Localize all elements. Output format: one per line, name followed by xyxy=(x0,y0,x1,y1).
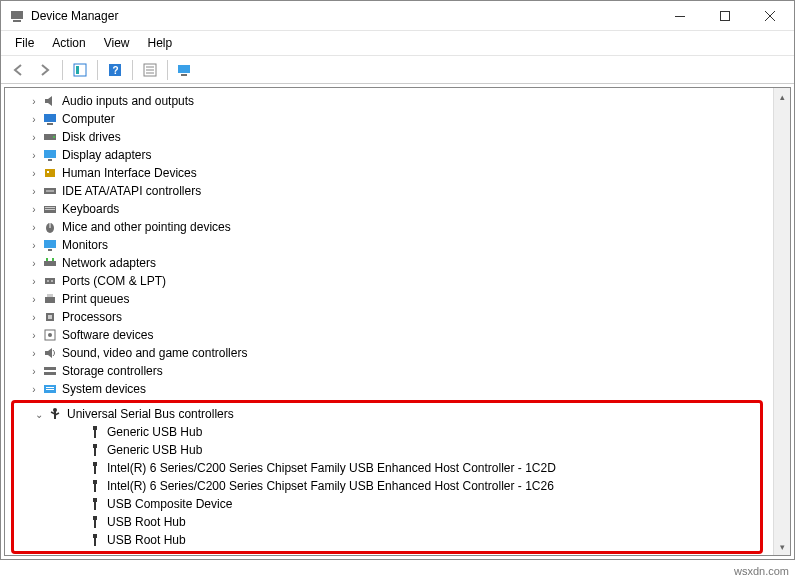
usb-icon xyxy=(47,406,63,422)
svg-rect-40 xyxy=(47,294,53,297)
tree-node[interactable]: ›Human Interface Devices xyxy=(9,164,771,182)
svg-rect-14 xyxy=(178,65,190,73)
chevron-right-icon[interactable]: › xyxy=(27,310,41,324)
tree-node-label: Sound, video and game controllers xyxy=(62,346,247,360)
svg-rect-57 xyxy=(94,448,96,456)
network-icon xyxy=(42,255,58,271)
chevron-right-icon[interactable]: › xyxy=(27,202,41,216)
svg-rect-64 xyxy=(93,516,97,520)
tree-node[interactable]: ›Disk drives xyxy=(9,128,771,146)
sound-icon xyxy=(42,345,58,361)
svg-rect-27 xyxy=(45,207,55,208)
tree-node[interactable]: ›Mice and other pointing devices xyxy=(9,218,771,236)
svg-point-38 xyxy=(51,280,53,282)
chevron-right-icon[interactable]: › xyxy=(27,346,41,360)
svg-rect-21 xyxy=(48,159,52,161)
usb-plug-icon xyxy=(87,514,103,530)
back-button[interactable] xyxy=(7,59,31,81)
chevron-right-icon[interactable]: › xyxy=(27,292,41,306)
chevron-right-icon[interactable]: › xyxy=(27,166,41,180)
svg-rect-59 xyxy=(94,466,96,474)
chevron-right-icon[interactable]: › xyxy=(27,328,41,342)
tree-node[interactable]: ›Software devices xyxy=(9,326,771,344)
tree-node-usb-child[interactable]: USB Root Hub xyxy=(34,513,760,531)
vertical-scrollbar[interactable]: ▴ ▾ xyxy=(773,88,790,555)
tree-node-label: USB Root Hub xyxy=(107,515,186,529)
printer-icon xyxy=(42,291,58,307)
chevron-right-icon[interactable]: › xyxy=(27,256,41,270)
tree-node[interactable]: ›Audio inputs and outputs xyxy=(9,92,771,110)
chevron-right-icon[interactable]: › xyxy=(27,130,41,144)
cpu-icon xyxy=(42,309,58,325)
tree-node[interactable]: ›Sound, video and game controllers xyxy=(9,344,771,362)
titlebar: Device Manager xyxy=(1,1,794,31)
tree-node[interactable]: ›Display adapters xyxy=(9,146,771,164)
tree-node-usb-child[interactable]: Generic USB Hub xyxy=(34,441,760,459)
svg-rect-22 xyxy=(45,169,55,177)
tree-node[interactable]: ›Keyboards xyxy=(9,200,771,218)
device-tree[interactable]: ›Audio inputs and outputs›Computer›Disk … xyxy=(5,88,773,555)
tree-node-usb-child[interactable]: USB Root Hub xyxy=(34,531,760,549)
tree-node[interactable]: ›Ports (COM & LPT) xyxy=(9,272,771,290)
tree-node-label: Computer xyxy=(62,112,115,126)
svg-rect-23 xyxy=(47,171,49,173)
close-button[interactable] xyxy=(747,2,792,30)
chevron-right-icon[interactable]: › xyxy=(27,238,41,252)
show-hide-tree-button[interactable] xyxy=(68,59,92,81)
svg-rect-66 xyxy=(93,534,97,538)
tree-node-usb-child[interactable]: Generic USB Hub xyxy=(34,423,760,441)
chevron-right-icon[interactable]: › xyxy=(27,382,41,396)
tree-node[interactable]: ›IDE ATA/ATAPI controllers xyxy=(9,182,771,200)
scroll-up-button[interactable]: ▴ xyxy=(774,88,791,105)
tree-node-usb-child[interactable]: Intel(R) 6 Series/C200 Series Chipset Fa… xyxy=(34,477,760,495)
menu-file[interactable]: File xyxy=(7,33,42,53)
tree-node-label: Human Interface Devices xyxy=(62,166,197,180)
tree-node-label: Keyboards xyxy=(62,202,119,216)
chevron-right-icon[interactable]: › xyxy=(27,274,41,288)
help-button[interactable]: ? xyxy=(103,59,127,81)
tree-node[interactable]: ›Computer xyxy=(9,110,771,128)
tree-node[interactable]: ›Monitors xyxy=(9,236,771,254)
minimize-button[interactable] xyxy=(657,2,702,30)
tree-node-usb-child[interactable]: Intel(R) 6 Series/C200 Series Chipset Fa… xyxy=(34,459,760,477)
audio-icon xyxy=(42,93,58,109)
port-icon xyxy=(42,273,58,289)
chevron-right-icon[interactable]: › xyxy=(27,112,41,126)
chevron-right-icon[interactable]: › xyxy=(27,220,41,234)
menu-help[interactable]: Help xyxy=(140,33,181,53)
svg-rect-2 xyxy=(675,16,685,17)
svg-rect-15 xyxy=(181,74,187,76)
chevron-right-icon[interactable]: › xyxy=(27,184,41,198)
monitor-icon xyxy=(42,237,58,253)
menu-view[interactable]: View xyxy=(96,33,138,53)
tree-node-usb[interactable]: ⌄ Universal Serial Bus controllers xyxy=(14,405,760,423)
tree-node-label: System devices xyxy=(62,382,146,396)
tree-node[interactable]: ›System devices xyxy=(9,380,771,398)
menu-action[interactable]: Action xyxy=(44,33,93,53)
svg-rect-35 xyxy=(52,258,54,261)
chevron-right-icon[interactable]: › xyxy=(27,148,41,162)
scan-hardware-button[interactable] xyxy=(173,59,197,81)
chevron-down-icon[interactable]: ⌄ xyxy=(32,407,46,421)
hid-icon xyxy=(42,165,58,181)
svg-rect-45 xyxy=(44,367,56,370)
usb-plug-icon xyxy=(87,460,103,476)
tree-node-label: Monitors xyxy=(62,238,108,252)
software-icon xyxy=(42,327,58,343)
display-icon xyxy=(42,147,58,163)
tree-node[interactable]: ›Network adapters xyxy=(9,254,771,272)
scroll-down-button[interactable]: ▾ xyxy=(774,538,791,555)
svg-rect-7 xyxy=(76,66,79,74)
maximize-button[interactable] xyxy=(702,2,747,30)
usb-plug-icon xyxy=(87,496,103,512)
tree-node[interactable]: ›Print queues xyxy=(9,290,771,308)
system-icon xyxy=(42,381,58,397)
tree-node[interactable]: ›Storage controllers xyxy=(9,362,771,380)
tree-node[interactable]: ›Processors xyxy=(9,308,771,326)
forward-button[interactable] xyxy=(33,59,57,81)
tree-node-usb-child[interactable]: USB Composite Device xyxy=(34,495,760,513)
usb-plug-icon xyxy=(87,478,103,494)
properties-button[interactable] xyxy=(138,59,162,81)
chevron-right-icon[interactable]: › xyxy=(27,94,41,108)
chevron-right-icon[interactable]: › xyxy=(27,364,41,378)
